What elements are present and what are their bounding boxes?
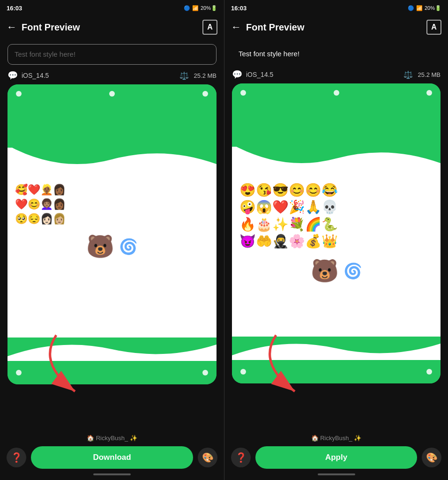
svg-rect-0	[7, 145, 217, 148]
status-icons-left: 🔵 📶 20%🔋	[184, 5, 217, 11]
top-bar-right: ← Font Preview A	[224, 15, 448, 39]
status-bar-right: 16:03 🔵 📶 20%🔋	[224, 0, 448, 15]
page-title-right: Font Preview	[246, 22, 422, 33]
text-input-placeholder-left: Test font style here!	[15, 50, 75, 58]
bluetooth-icon-r: 🔵	[408, 5, 414, 11]
help-icon-right: ❓	[235, 452, 247, 463]
status-bar-left: 16:03 🔵 📶 20%🔋	[0, 0, 224, 15]
font-info-left: 💬 iOS_14.5 ⚖️ 25.2 MB	[0, 68, 224, 84]
status-time-left: 16:03	[7, 5, 22, 12]
chat-icon-right: 💬	[232, 69, 242, 80]
nav-line-right	[318, 473, 355, 475]
wave-top-left	[7, 145, 217, 173]
download-button[interactable]: Download	[31, 446, 193, 469]
bottom-section-left: 🏠 RickyBush_ ✨ ❓ Download 🎨	[0, 429, 224, 480]
signal-icon: 📶	[192, 5, 199, 11]
emoji-row-r2: 🤪😱❤️🎉🙏💀	[239, 199, 433, 216]
card-content-left: 🥰❤️👱🏾👩🏾 ❤️😊👩🏽‍🦱👩🏾 🥺😔👩🏻👩🏼 🐻 🌀	[7, 173, 217, 338]
font-info-right: 💬 iOS_14.5 ⚖️ 25.2 MB	[224, 68, 448, 83]
mascot-left: 🐻	[86, 233, 114, 260]
mascot-area-left: 🐻 🌀	[86, 232, 138, 262]
emoji-row-1: 🥰❤️👱🏾👩🏾	[15, 183, 209, 197]
apply-button-label: Apply	[325, 453, 347, 462]
dot-tr	[202, 91, 208, 97]
font-name-left: iOS_14.5	[22, 72, 176, 79]
card-bottom-right	[232, 360, 441, 383]
battery-icon: 20%🔋	[201, 5, 217, 11]
battery-icon-r: 20%🔋	[425, 5, 441, 11]
swirl-right: 🌀	[343, 262, 362, 280]
help-button-left[interactable]: ❓	[7, 448, 26, 467]
card-top-left	[7, 84, 217, 145]
page-title-left: Font Preview	[22, 22, 198, 33]
font-size-left: 25.2 MB	[194, 72, 217, 79]
dot-bl	[16, 370, 22, 375]
dot-br-r	[426, 369, 432, 375]
status-time-right: 16:03	[231, 5, 246, 12]
signal-icon-r: 📶	[416, 5, 423, 11]
help-icon-left: ❓	[11, 452, 22, 463]
top-bar-left: ← Font Preview A	[0, 15, 224, 39]
apply-button[interactable]: Apply	[255, 446, 417, 469]
font-style-button-right[interactable]: A	[426, 20, 441, 35]
dot-tl-r	[240, 90, 246, 96]
watermark-left: 🏠 RickyBush_ ✨	[87, 435, 137, 442]
dot-tr-r	[426, 90, 432, 96]
emoji-row-3: 🥺😔👩🏻👩🏼	[15, 212, 209, 226]
font-name-right: iOS_14.5	[246, 71, 400, 78]
card-bottom-left	[7, 361, 217, 384]
download-button-label: Download	[93, 453, 131, 462]
chat-icon-left: 💬	[7, 70, 18, 81]
emoji-row-2: ❤️😊👩🏽‍🦱👩🏾	[15, 197, 209, 212]
mascot-area-right: 🐻 🌀	[311, 256, 362, 286]
watermark-row-right: 🏠 RickyBush_ ✨	[231, 433, 441, 443]
dot-br	[202, 370, 208, 375]
bottom-section-right: 🏠 RickyBush_ ✨ ❓ Apply 🎨	[224, 429, 448, 480]
help-button-right[interactable]: ❓	[231, 448, 251, 467]
dot-tl	[16, 91, 22, 97]
emoji-row-r3: 🔥🎂✨💐🌈🐍	[239, 216, 433, 233]
emoji-row-r4: 😈🤲🥷🌸💰👑	[239, 233, 433, 250]
font-size-right: 25.2 MB	[418, 71, 441, 78]
card-content-right: 😍😘😎😊😊😂 🤪😱❤️🎉🙏💀 🔥🎂✨💐🌈🐍 😈🤲🥷🌸💰👑 🐻 🌀	[232, 172, 441, 337]
swirl-left: 🌀	[119, 238, 138, 255]
card-top-right	[232, 83, 441, 144]
mascot-right: 🐻	[311, 258, 339, 284]
theme-button-right[interactable]: 🎨	[422, 448, 441, 467]
wave-bottom-right	[232, 337, 441, 360]
bluetooth-icon: 🔵	[184, 5, 190, 11]
wave-bottom-left	[7, 338, 217, 361]
watermark-row-left: 🏠 RickyBush_ ✨	[7, 433, 217, 443]
emoji-row-r1: 😍😘😎😊😊😂	[239, 182, 433, 199]
back-button-left[interactable]: ←	[7, 21, 17, 33]
theme-icon-left: 🎨	[202, 452, 214, 463]
theme-icon-right: 🎨	[426, 452, 438, 463]
dot-bl-r	[240, 369, 246, 375]
text-input-value-right: Test font style here!	[239, 50, 299, 58]
action-row-right: ❓ Apply 🎨	[231, 443, 441, 472]
emoji-display-right: 😍😘😎😊😊😂 🤪😱❤️🎉🙏💀 🔥🎂✨💐🌈🐍 😈🤲🥷🌸💰👑	[239, 182, 433, 250]
preview-card-wrapper-left: 🥰❤️👱🏾👩🏾 ❤️😊👩🏽‍🦱👩🏾 🥺😔👩🏻👩🏼 🐻 🌀	[0, 84, 224, 429]
preview-card-left: 🥰❤️👱🏾👩🏾 ❤️😊👩🏽‍🦱👩🏾 🥺😔👩🏻👩🏼 🐻 🌀	[7, 84, 217, 384]
dot-center-r	[334, 90, 339, 96]
status-icons-right: 🔵 📶 20%🔋	[408, 5, 441, 11]
preview-card-right: 😍😘😎😊😊😂 🤪😱❤️🎉🙏💀 🔥🎂✨💐🌈🐍 😈🤲🥷🌸💰👑 🐻 🌀	[232, 83, 441, 383]
font-style-button-left[interactable]: A	[202, 20, 217, 35]
scale-icon-left: ⚖️	[179, 71, 189, 80]
scale-icon-right: ⚖️	[403, 70, 413, 79]
back-button-right[interactable]: ←	[231, 21, 241, 33]
left-panel: 16:03 🔵 📶 20%🔋 ← Font Preview A Test fon…	[0, 0, 224, 480]
nav-line-left	[93, 473, 131, 475]
dot-center	[109, 91, 115, 97]
watermark-right: 🏠 RickyBush_ ✨	[311, 435, 362, 442]
wave-top-right	[232, 144, 441, 172]
text-input-right[interactable]: Test font style here!	[232, 44, 441, 64]
preview-card-wrapper-right: 😍😘😎😊😊😂 🤪😱❤️🎉🙏💀 🔥🎂✨💐🌈🐍 😈🤲🥷🌸💰👑 🐻 🌀	[224, 83, 448, 429]
action-row-left: ❓ Download 🎨	[7, 443, 217, 472]
emoji-display-left: 🥰❤️👱🏾👩🏾 ❤️😊👩🏽‍🦱👩🏾 🥺😔👩🏻👩🏼	[15, 183, 209, 226]
theme-button-left[interactable]: 🎨	[198, 448, 217, 467]
svg-rect-2	[232, 144, 441, 147]
text-input-left[interactable]: Test font style here!	[7, 44, 217, 65]
right-panel: 16:03 🔵 📶 20%🔋 ← Font Preview A Test fon…	[224, 0, 448, 480]
